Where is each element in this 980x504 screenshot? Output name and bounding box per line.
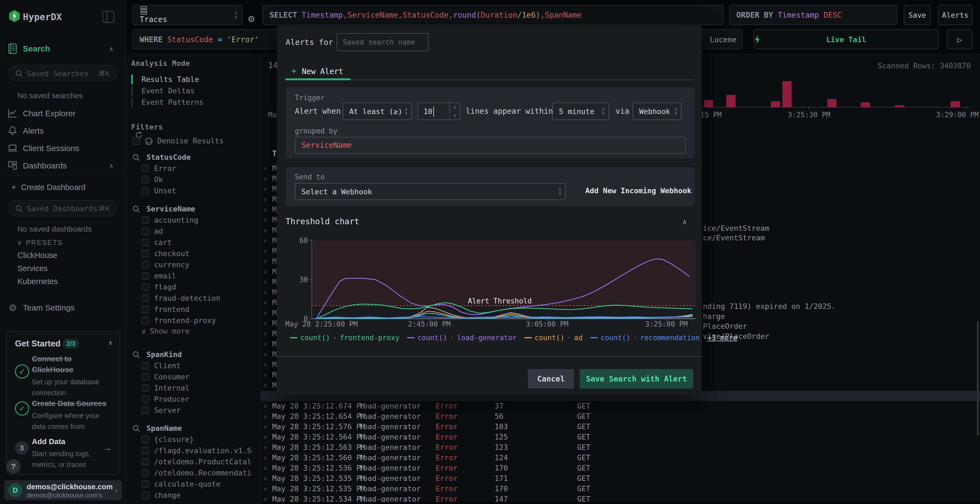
expand-row-icon[interactable]: › xyxy=(263,184,267,193)
checkbox[interactable] xyxy=(142,436,149,443)
expand-row-icon[interactable]: › xyxy=(263,195,267,203)
expand-row-icon[interactable]: › xyxy=(263,412,267,420)
sidebar-preset-clickhouse[interactable]: ClickHouse xyxy=(18,251,57,260)
expand-row-icon[interactable]: › xyxy=(263,433,267,441)
checkbox[interactable] xyxy=(142,458,149,466)
presets-toggle[interactable]: ∨PRESETS xyxy=(18,238,63,247)
filter-option[interactable]: frontend xyxy=(142,305,256,315)
sidebar-preset-services[interactable]: Services xyxy=(18,264,48,273)
checkbox[interactable] xyxy=(142,261,149,269)
checkbox[interactable] xyxy=(142,407,149,414)
expand-row-icon[interactable]: › xyxy=(263,453,267,462)
checkbox[interactable] xyxy=(142,317,149,324)
threshold-value-input[interactable]: 10 ∧∨ xyxy=(418,103,460,120)
filter-option[interactable]: accounting xyxy=(142,215,256,226)
checkbox[interactable] xyxy=(142,283,149,291)
play-button[interactable]: ▷ xyxy=(947,29,972,49)
checkbox[interactable] xyxy=(142,480,149,488)
expand-row-icon[interactable]: › xyxy=(263,164,267,172)
number-stepper[interactable]: ∧∨ xyxy=(449,103,460,119)
analysis-mode-event-patterns[interactable]: Event Patterns xyxy=(131,97,251,108)
expand-row-icon[interactable]: › xyxy=(263,381,267,390)
analysis-mode-results-table[interactable]: Results Table xyxy=(131,74,251,86)
checkbox[interactable] xyxy=(142,373,149,381)
table-row[interactable]: ›May 28 3:25:12.535 PMload-generatorErro… xyxy=(261,484,980,494)
expand-row-icon[interactable]: › xyxy=(263,236,267,245)
sidebar-item-team-settings[interactable]: ⚙ Team Settings xyxy=(0,300,125,316)
lucene-mode[interactable]: Lucene xyxy=(710,35,737,43)
filter-group-statuscode[interactable]: StatusCode xyxy=(132,153,249,163)
filter-group-servicename[interactable]: ServiceName xyxy=(132,204,249,215)
show-more-button[interactable]: ∨Show more xyxy=(142,327,190,335)
arrow-right-icon[interactable]: → xyxy=(104,443,112,453)
expand-row-icon[interactable]: › xyxy=(263,443,267,452)
checkbox[interactable] xyxy=(142,447,149,455)
expand-row-icon[interactable]: › xyxy=(263,298,267,307)
filter-option[interactable]: {closure} xyxy=(142,435,256,445)
cancel-button[interactable]: Cancel xyxy=(528,369,574,389)
filter-option[interactable]: email xyxy=(142,271,256,282)
checkbox[interactable] xyxy=(142,491,149,499)
table-row[interactable]: ›May 28 3:25:12.560 PMload-generatorErro… xyxy=(261,453,980,463)
legend-item[interactable]: count()·load-generator xyxy=(407,334,516,342)
filter-option[interactable]: /oteldemo.ProductCatalo… xyxy=(142,457,256,468)
checkbox[interactable] xyxy=(142,227,149,235)
sidebar-item-client-sessions[interactable]: Client Sessions xyxy=(0,141,125,157)
filter-option[interactable]: Error xyxy=(142,164,256,175)
expand-row-icon[interactable]: › xyxy=(263,360,267,369)
saved-dashboards-input[interactable]: Saved Dashboards ⌘K xyxy=(9,200,117,216)
legend-item[interactable]: count()·frontend-proxy xyxy=(290,334,399,342)
filter-option[interactable]: frontend-proxy xyxy=(142,316,256,327)
tab-new-alert[interactable]: New Alert xyxy=(302,67,343,76)
filter-option[interactable]: change xyxy=(142,490,256,501)
checkbox[interactable] xyxy=(142,384,149,392)
expand-row-icon[interactable]: › xyxy=(263,174,267,183)
legend-more-link[interactable]: +3 more xyxy=(708,334,737,342)
add-webhook-link[interactable]: Add New Incoming Webhook xyxy=(585,186,692,195)
sidebar-item-alerts[interactable]: Alerts xyxy=(0,124,125,139)
order-by-input[interactable]: ORDER BY Timestamp DESC xyxy=(729,5,897,25)
sidebar-item-chart-explorer[interactable]: Chart Explorer xyxy=(0,106,125,122)
expand-row-icon[interactable]: › xyxy=(263,484,267,493)
checkbox[interactable] xyxy=(142,305,149,313)
user-menu[interactable]: D demos@clickhouse.com demos@clickhouse.… xyxy=(4,480,122,500)
filter-option[interactable]: /flagd.evaluation.v1.Se… xyxy=(142,446,256,457)
expand-row-icon[interactable]: › xyxy=(263,464,267,472)
saved-searches-input[interactable]: Saved Searches ⌘K xyxy=(9,65,117,81)
denoise-filter[interactable]: Denoise Results xyxy=(132,136,247,147)
checkbox[interactable] xyxy=(142,469,149,477)
expand-row-icon[interactable]: › xyxy=(263,226,267,234)
expand-row-icon[interactable]: › xyxy=(263,205,267,214)
checkbox[interactable] xyxy=(142,396,149,403)
create-dashboard-button[interactable]: +Create Dashboard xyxy=(11,183,86,192)
source-select[interactable]: Traces ∧∨ xyxy=(132,5,243,25)
channel-select[interactable]: Webhook∧∨ xyxy=(633,103,681,120)
grouped-by-input[interactable]: ServiceName xyxy=(295,137,686,154)
table-row[interactable]: ›May 28 3:25:12.535 PMload-generatorErro… xyxy=(261,474,980,484)
expand-row-icon[interactable]: › xyxy=(263,216,267,224)
checkbox[interactable] xyxy=(142,294,149,302)
table-row[interactable]: ›May 28 3:25:12.674 PMload-generatorErro… xyxy=(261,401,980,412)
filter-option[interactable]: /oteldemo.Recommendatio… xyxy=(142,468,256,479)
table-row[interactable]: ›May 28 3:25:12.654 PMload-generatorErro… xyxy=(261,412,980,422)
legend-item[interactable]: count()·ad xyxy=(524,334,583,342)
expand-row-icon[interactable]: › xyxy=(263,246,267,255)
save-search-with-alert-button[interactable]: Save Search with Alert xyxy=(579,369,694,389)
filter-option[interactable]: checkout xyxy=(142,249,256,260)
window-select[interactable]: 5 minute∧∨ xyxy=(552,103,609,120)
expand-row-icon[interactable]: › xyxy=(263,278,267,286)
checkbox[interactable] xyxy=(142,176,149,183)
analysis-mode-event-deltas[interactable]: Event Deltas xyxy=(131,86,251,97)
gear-icon[interactable]: ⚙ xyxy=(248,13,255,24)
chevron-up-icon[interactable]: ∧ xyxy=(110,162,113,170)
expand-row-icon[interactable]: › xyxy=(263,329,267,338)
chevron-up-icon[interactable]: ∧ xyxy=(109,339,113,347)
table-row[interactable]: ›May 28 3:25:12.536 PMload-generatorErro… xyxy=(261,463,980,474)
sidebar-item-search[interactable]: Search ∧ xyxy=(0,41,125,57)
select-query-input[interactable]: SELECT Timestamp,ServiceName,StatusCode,… xyxy=(262,5,724,25)
filter-group-spankind[interactable]: SpanKind xyxy=(132,350,249,361)
checkbox[interactable] xyxy=(142,272,149,280)
expand-row-icon[interactable]: › xyxy=(263,257,267,266)
expand-row-icon[interactable]: › xyxy=(263,288,267,296)
expand-row-icon[interactable]: › xyxy=(263,402,267,410)
